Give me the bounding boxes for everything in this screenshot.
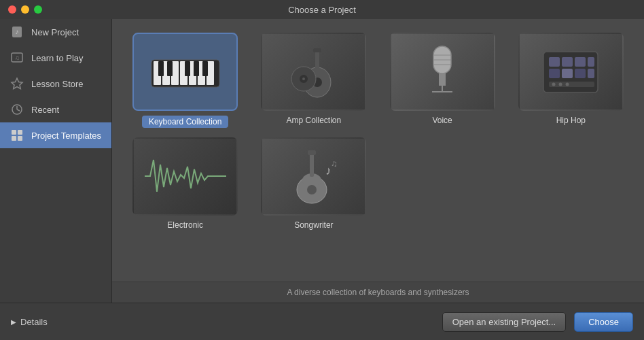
templates-icon bbox=[10, 128, 24, 143]
details-arrow-icon: ▶ bbox=[11, 318, 16, 326]
choose-button[interactable]: Choose bbox=[574, 312, 633, 332]
project-templates-label: Project Templates bbox=[31, 131, 101, 141]
learn-icon: ♫ bbox=[10, 50, 24, 65]
svg-rect-21 bbox=[167, 61, 173, 76]
hip-hop-label: Hip Hop bbox=[556, 116, 586, 125]
svg-rect-11 bbox=[18, 136, 22, 141]
sidebar-item-lesson-store[interactable]: Lesson Store bbox=[0, 71, 111, 97]
voice-label: Voice bbox=[432, 116, 452, 125]
svg-text:♫: ♫ bbox=[331, 158, 338, 169]
sidebar-item-recent[interactable]: Recent bbox=[0, 97, 111, 122]
sidebar-item-new-project[interactable]: ♪ New Project bbox=[0, 19, 111, 45]
template-item-hip-hop[interactable]: Hip Hop bbox=[512, 33, 630, 128]
svg-rect-24 bbox=[202, 61, 208, 76]
new-project-label: New Project bbox=[31, 27, 79, 37]
songwriter-label: Songwriter bbox=[294, 220, 333, 230]
svg-rect-41 bbox=[549, 57, 560, 67]
template-thumb-keyboard bbox=[132, 33, 238, 111]
svg-rect-49 bbox=[549, 82, 594, 87]
svg-rect-10 bbox=[12, 136, 16, 141]
title-bar: Choose a Project bbox=[0, 0, 644, 19]
details-label: Details bbox=[20, 317, 48, 327]
keyboard-collection-label: Keyboard Collection bbox=[142, 116, 228, 128]
main-layout: ♪ New Project ♫ Learn to Play Lesson Sto… bbox=[0, 19, 644, 303]
svg-rect-44 bbox=[588, 57, 594, 67]
learn-to-play-label: Learn to Play bbox=[31, 53, 84, 63]
svg-line-7 bbox=[17, 109, 20, 111]
content-area: Keyboard Collection bbox=[112, 19, 644, 303]
description-text: A diverse collection of keyboards and sy… bbox=[287, 288, 469, 297]
svg-point-51 bbox=[559, 82, 562, 86]
template-thumb-songwriter: ♪ ♫ bbox=[261, 137, 366, 216]
template-item-songwriter[interactable]: ♪ ♫ Songwriter bbox=[254, 137, 373, 230]
svg-rect-20 bbox=[158, 61, 164, 76]
template-thumb-electronic bbox=[132, 137, 238, 216]
templates-grid: Keyboard Collection bbox=[112, 19, 644, 282]
details-toggle[interactable]: ▶ Details bbox=[11, 317, 48, 327]
template-thumb-hip-hop bbox=[518, 33, 624, 111]
star-icon bbox=[10, 76, 24, 91]
minimize-button[interactable] bbox=[21, 5, 29, 14]
svg-text:♫: ♫ bbox=[15, 54, 20, 61]
svg-rect-8 bbox=[12, 130, 16, 135]
svg-rect-46 bbox=[562, 69, 573, 78]
new-project-icon: ♪ bbox=[10, 24, 24, 39]
sidebar-item-project-templates[interactable]: Project Templates bbox=[0, 122, 111, 148]
open-existing-button[interactable]: Open an existing Project... bbox=[442, 312, 566, 332]
electronic-label: Electronic bbox=[167, 220, 203, 230]
window-title: Choose a Project bbox=[288, 5, 356, 15]
bottom-actions: Open an existing Project... Choose bbox=[442, 312, 633, 332]
lesson-store-label: Lesson Store bbox=[31, 79, 84, 89]
svg-point-58 bbox=[307, 185, 317, 194]
description-bar: A diverse collection of keyboards and sy… bbox=[112, 282, 644, 303]
sidebar: ♪ New Project ♫ Learn to Play Lesson Sto… bbox=[0, 19, 112, 303]
amp-collection-label: Amp Collection bbox=[287, 116, 342, 125]
template-item-amp-collection[interactable]: Amp Collection bbox=[254, 33, 373, 128]
svg-point-50 bbox=[552, 82, 556, 86]
sidebar-item-learn-to-play[interactable]: ♫ Learn to Play bbox=[0, 45, 111, 71]
svg-rect-48 bbox=[588, 69, 594, 78]
bottom-bar: ▶ Details Open an existing Project... Ch… bbox=[0, 303, 644, 340]
window-controls bbox=[8, 5, 42, 14]
svg-rect-28 bbox=[313, 48, 321, 52]
svg-rect-57 bbox=[308, 150, 316, 155]
svg-rect-42 bbox=[562, 57, 573, 67]
svg-point-32 bbox=[302, 78, 305, 80]
svg-rect-43 bbox=[575, 57, 586, 67]
svg-rect-47 bbox=[575, 69, 586, 78]
template-thumb-voice bbox=[390, 33, 495, 111]
template-item-keyboard-collection[interactable]: Keyboard Collection bbox=[126, 33, 245, 128]
maximize-button[interactable] bbox=[34, 5, 42, 14]
template-item-electronic[interactable]: Electronic bbox=[126, 137, 245, 230]
svg-text:♪: ♪ bbox=[16, 28, 19, 35]
close-button[interactable] bbox=[8, 5, 16, 14]
template-item-voice[interactable]: Voice bbox=[383, 33, 502, 128]
svg-rect-22 bbox=[185, 61, 190, 76]
svg-marker-4 bbox=[12, 78, 22, 89]
svg-rect-9 bbox=[18, 130, 22, 135]
template-thumb-amp bbox=[261, 33, 366, 111]
recent-label: Recent bbox=[31, 105, 59, 115]
svg-rect-45 bbox=[549, 69, 560, 78]
clock-icon bbox=[10, 102, 24, 117]
svg-point-52 bbox=[566, 82, 569, 86]
svg-rect-37 bbox=[439, 73, 446, 86]
svg-rect-23 bbox=[194, 61, 199, 76]
